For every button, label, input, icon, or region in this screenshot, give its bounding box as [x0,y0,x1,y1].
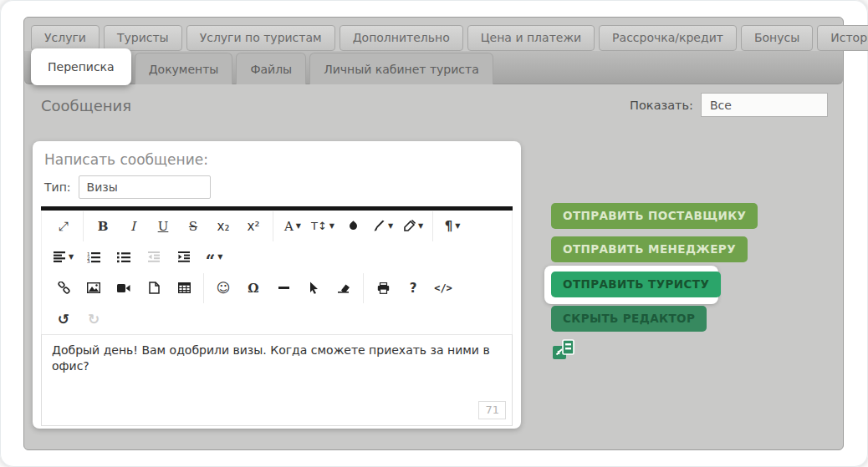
bold-button[interactable]: B [88,214,118,239]
link-button[interactable] [49,276,79,301]
unordered-list-icon [117,251,130,263]
svg-text:3: 3 [87,259,90,263]
toolbar-row-1: ⤢ B I U S x₂ x² A▼ T↕▼ [42,211,512,241]
underline-button[interactable]: U [148,214,178,239]
send-to-supplier-button[interactable]: ОТПРАВИТЬ ПОСТАВЩИКУ [551,203,758,229]
ordered-list-button[interactable]: 123 [79,245,109,270]
strikethrough-button[interactable]: S [178,214,208,239]
tab-services[interactable]: Услуги [31,25,100,51]
sub-tab-bar: Переписка Документы Файлы Личный кабинет… [31,51,493,85]
chevron-down-icon: ▼ [69,253,74,261]
superscript-button[interactable]: x² [238,214,268,239]
indent-icon [178,251,191,262]
underline-icon: U [158,219,169,234]
align-left-icon [54,251,66,262]
chevron-down-icon: ▼ [388,222,393,230]
pointer-button[interactable] [299,276,329,301]
chevron-down-icon: ▼ [296,222,301,230]
fullscreen-icon: ⤢ [59,219,69,234]
table-button[interactable] [169,276,199,301]
tab-history[interactable]: История изм. [817,25,868,51]
recent-color-button[interactable] [338,214,368,239]
tab-files[interactable]: Файлы [236,53,306,84]
tab-bonuses[interactable]: Бонусы [741,25,813,51]
marker-button[interactable]: ▼ [398,214,428,239]
insert-template-icon[interactable] [552,338,575,362]
help-button[interactable]: ? [398,276,428,301]
tab-services-by-tourists[interactable]: Услуги по туристам [186,25,335,51]
fullscreen-button[interactable]: ⤢ [49,214,79,239]
message-type-input[interactable] [79,175,211,199]
message-text: Добрый день! Вам одобрили визы. Когда см… [52,343,490,373]
outdent-button[interactable] [139,245,169,270]
code-view-button[interactable]: </> [428,276,458,301]
tab-additional[interactable]: Дополнительно [340,25,463,51]
send-to-manager-button[interactable]: ОТПРАВИТЬ МЕНЕДЖЕРУ [551,236,748,262]
font-size-icon: T↕ [311,220,327,232]
chevron-down-icon: ▼ [455,222,460,230]
insert-template-icon [552,338,575,362]
bold-icon: B [98,219,109,234]
ordered-list-icon: 123 [87,251,100,263]
italic-button[interactable]: I [118,214,148,239]
send-to-tourist-button[interactable]: ОТПРАВИТЬ ТУРИСТУ [551,272,721,297]
show-filter-select[interactable] [701,93,828,117]
chevron-down-icon: ▼ [418,222,423,230]
video-icon [117,283,130,293]
order-window: Услуги Туристы Услуги по туристам Дополн… [0,0,868,467]
tab-price-payments[interactable]: Цена и платежи [467,25,595,51]
superscript-icon: x² [248,219,260,234]
print-button[interactable] [368,276,398,301]
print-icon [377,282,390,294]
toolbar-row-4: ↺ ↻ [42,303,512,334]
strikethrough-icon: S [189,219,197,234]
tab-documents[interactable]: Документы [135,53,233,84]
undo-button[interactable]: ↺ [49,307,79,332]
eraser-button[interactable] [329,276,359,301]
code-view-icon: </> [434,282,452,294]
link-icon [58,282,70,294]
blockquote-icon: “ [206,256,216,265]
redo-button[interactable]: ↻ [79,307,109,332]
subscript-button[interactable]: x₂ [208,214,238,239]
chevron-down-icon: ▼ [217,253,222,261]
toolbar-divider [203,273,204,303]
file-button[interactable] [139,276,169,301]
horizontal-rule-icon [278,287,289,289]
tab-tourist-cabinet[interactable]: Личный кабинет туриста [309,53,493,84]
page-title: Сообщения [41,97,131,114]
tab-tourists[interactable]: Туристы [104,25,182,51]
hide-editor-button[interactable]: СКРЫТЬ РЕДАКТОР [551,306,707,332]
toolbar-divider [432,211,433,241]
chevron-down-icon: ▼ [329,222,334,230]
toolbar-divider [273,211,273,241]
paragraph-style-button[interactable]: ¶▼ [437,214,467,239]
redo-icon: ↻ [88,311,100,327]
compose-title: Написать сообщение: [33,141,521,168]
align-button[interactable]: ▼ [49,245,79,270]
video-button[interactable] [109,276,139,301]
paragraph-icon: ¶ [445,219,453,234]
horizontal-rule-button[interactable] [268,276,299,301]
picture-icon [87,282,100,293]
pointer-icon [309,282,319,294]
special-char-button[interactable]: Ω [238,276,268,301]
eraser-icon [337,282,350,293]
emoji-button[interactable]: ☺ [208,276,238,301]
message-editing-area[interactable]: Добрый день! Вам одобрили визы. Когда см… [41,334,513,426]
font-size-button[interactable]: T↕▼ [308,214,338,239]
blockquote-button[interactable]: “▼ [199,245,229,270]
unordered-list-button[interactable] [109,245,139,270]
picture-button[interactable] [79,276,109,301]
brush-button[interactable]: ▼ [368,214,398,239]
tab-correspondence[interactable]: Переписка [31,48,131,85]
toolbar-divider [83,211,84,241]
toolbar-row-2: ▼ 123 [42,241,512,272]
toolbar-divider [363,273,364,303]
tab-installment-credit[interactable]: Рассрочка/кредит [599,25,737,51]
undo-icon: ↺ [58,311,69,327]
rich-text-editor: ⤢ B I U S x₂ x² A▼ T↕▼ [41,206,513,426]
font-style-button[interactable]: A▼ [278,214,308,239]
compose-message-panel: Написать сообщение: Тип: ⤢ B I U S x₂ [33,141,521,429]
indent-button[interactable] [169,245,199,270]
